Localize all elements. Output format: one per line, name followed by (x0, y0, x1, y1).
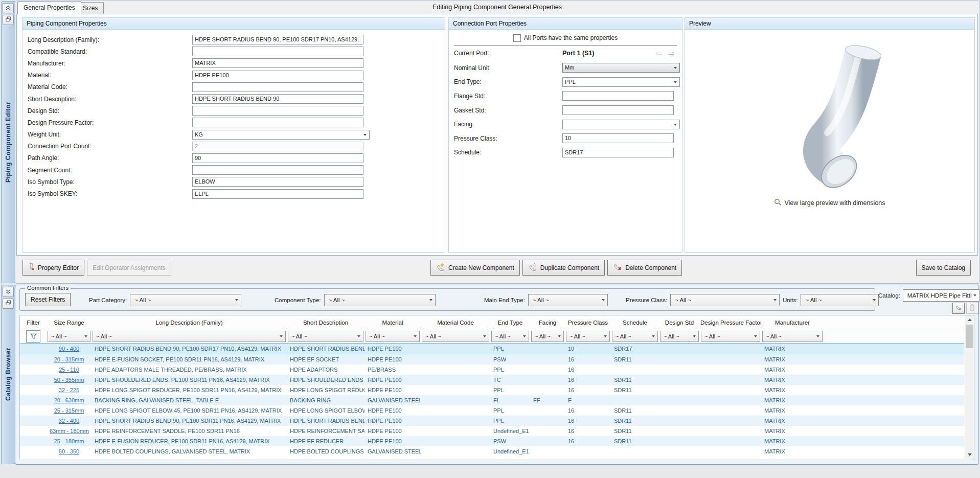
catalog-browser-rail[interactable]: Catalog Browser (1, 285, 15, 464)
field-combobox[interactable]: Mm (562, 63, 680, 73)
size-range-link[interactable]: 32 - 225 (59, 387, 79, 393)
scroll-up-arrow-icon[interactable] (965, 315, 974, 324)
fittings-view-button[interactable] (952, 303, 965, 314)
table-row[interactable]: 32 - 400HDPE SHORT RADIUS BEND 90, PE100… (20, 416, 964, 426)
cell-pressure_class: 16 (565, 365, 611, 375)
column-filter-combobox-material_code[interactable]: ~ All ~ (422, 331, 489, 342)
column-header-manufacturer[interactable]: Manufacturer (761, 315, 824, 330)
field-combobox[interactable]: PPL (562, 77, 680, 87)
field-input[interactable] (192, 106, 363, 116)
column-filter-combobox-short_description[interactable]: ~ All ~ (288, 331, 363, 342)
column-filter-combobox-facing[interactable]: ~ All ~ (531, 331, 564, 342)
field-input[interactable] (562, 105, 674, 115)
field-input[interactable]: SDR17 (562, 148, 674, 157)
field-combobox[interactable] (562, 120, 680, 129)
next-port-arrow-icon[interactable]: ⇨ (668, 50, 675, 57)
filter-combobox[interactable]: ~ All ~ (324, 294, 436, 306)
chevron-down-icon (558, 335, 561, 337)
table-row[interactable]: 50 - 355mmHDPE SHOULDERED ENDS, PE100 SD… (20, 375, 964, 385)
field-input[interactable]: 10 (562, 133, 674, 143)
save-to-catalog-button[interactable]: Save to Catalog (916, 260, 971, 276)
column-filter-combobox-long_description[interactable]: ~ All ~ (93, 331, 286, 342)
column-header-facing[interactable]: Facing (530, 315, 565, 330)
scroll-down-arrow-icon[interactable] (965, 450, 974, 459)
table-row[interactable]: 63mm - 180mmHDPE REINFORCEMENT SADDLE, P… (20, 426, 964, 436)
size-range-link[interactable]: 20 - 315mm (54, 356, 84, 362)
filter-combobox[interactable]: ~ All ~ (670, 294, 780, 306)
table-row[interactable]: 25 - 315mmHDPE LONG SPIGOT ELBOW 45, PE1… (20, 405, 964, 416)
column-header-design-pressure-factor[interactable]: Design Pressure Factor (700, 315, 761, 330)
table-row[interactable]: 20 - 630mmBACKING RING, GALVANISED STEEL… (20, 395, 964, 405)
field-input[interactable]: ELPL (192, 189, 363, 199)
filter-combobox[interactable]: ~ All ~ (130, 294, 241, 306)
field-input[interactable]: HDPE PE100 (192, 71, 363, 80)
column-header-end-type[interactable]: End Type (490, 315, 530, 330)
field-input[interactable]: 90 (192, 153, 363, 163)
elbow-3d-preview (753, 36, 906, 194)
column-filter-combobox-material[interactable]: ~ All ~ (366, 331, 420, 342)
piping-component-editor-rail[interactable]: Piping Component Editor (1, 1, 15, 283)
table-row[interactable]: 50 - 350HDPE BOLTED COUPLINGS, GALVANISE… (20, 446, 964, 457)
column-filter-combobox-end_type[interactable]: ~ All ~ (491, 331, 529, 342)
column-filter-combobox-size_range[interactable]: ~ All ~ (48, 331, 90, 342)
tab-general-properties[interactable]: General Properties (17, 1, 81, 14)
view-large-preview-link[interactable]: View large preview with dimensions (685, 198, 974, 208)
size-range-link[interactable]: 50 - 355mm (54, 377, 84, 383)
field-input[interactable]: HDPE SHORT RADIUS BEND 90, PE100 SDR17 P… (192, 35, 363, 44)
table-row[interactable]: 20 - 315mmHDPE E-FUSION SOCKET, PE100 SD… (20, 354, 964, 365)
field-input[interactable] (192, 47, 363, 56)
size-range-link[interactable]: 63mm - 180mm (50, 428, 89, 434)
column-filter-button[interactable] (26, 330, 40, 343)
property-editor-button[interactable]: Property Editor (22, 260, 84, 276)
table-row[interactable]: 32 - 225HDPE LONG SPIGOT REDUCER, PE100 … (20, 385, 964, 395)
field-input[interactable]: HDPE SHORT RADIUS BEND 90 (192, 94, 363, 104)
pipes-view-button[interactable] (966, 303, 978, 314)
filter-combobox[interactable]: ~ All ~ (528, 294, 608, 306)
catalog-combobox[interactable]: MATRIX HDPE Pipe Fitti (903, 289, 979, 302)
column-filter-combobox-design_std[interactable]: ~ All ~ (660, 331, 699, 342)
filter-combobox[interactable]: ~ All ~ (801, 294, 879, 306)
table-row[interactable]: 25 - 110HDPE ADAPTORS MALE THREADED, PE/… (20, 365, 964, 375)
size-range-link[interactable]: 50 - 350 (59, 448, 79, 454)
vertical-scrollbar[interactable] (965, 315, 974, 459)
previous-port-arrow-icon[interactable]: ⇦ (656, 50, 663, 57)
column-header-short-description[interactable]: Short Description (287, 315, 364, 330)
field-combobox[interactable]: KG (192, 130, 370, 140)
reset-filters-button[interactable]: Reset Filters (25, 293, 71, 306)
table-row[interactable]: 90 - 400HDPE SHORT RADIUS BEND 90, PE100… (20, 344, 964, 354)
size-range-link[interactable]: 25 - 180mm (54, 438, 84, 444)
delete-component-button[interactable]: Delete Component (607, 260, 682, 276)
field-input[interactable] (562, 91, 674, 101)
field-input[interactable] (192, 118, 363, 127)
cell-long_description: HDPE SHORT RADIUS BEND 90, PE100 SDR17 P… (92, 344, 287, 354)
size-range-link[interactable]: 20 - 630mm (54, 397, 84, 403)
edit-operator-assignments-button[interactable]: Edit Operator Assignments (87, 260, 171, 276)
column-header-size-range[interactable]: Size Range (47, 315, 92, 330)
field-input[interactable] (192, 165, 363, 175)
field-input[interactable]: MATRIX (192, 58, 363, 68)
column-header-pressure-class[interactable]: Pressure Class (565, 315, 611, 330)
column-header-design-std[interactable]: Design Std (659, 315, 700, 330)
field-input[interactable] (192, 82, 363, 92)
size-range-link[interactable]: 90 - 400 (59, 346, 79, 352)
scrollbar-thumb[interactable] (966, 325, 973, 348)
size-range-link[interactable]: 25 - 315mm (54, 407, 84, 414)
duplicate-component-button[interactable]: Duplicate Component (522, 260, 605, 276)
column-header-material[interactable]: Material (364, 315, 421, 330)
chevron-down-icon (414, 335, 417, 337)
all-ports-same-checkbox[interactable] (513, 34, 521, 42)
column-header-schedule[interactable]: Schedule (611, 315, 659, 330)
size-range-link[interactable]: 32 - 400 (59, 418, 79, 424)
column-filter-combobox-pressure_class[interactable]: ~ All ~ (566, 331, 610, 342)
field-input[interactable]: ELBOW (192, 177, 363, 187)
column-header-filter[interactable]: Filter (20, 315, 47, 330)
column-header-material-code[interactable]: Material Code (421, 315, 490, 330)
column-filter-combobox-design_pressure_factor[interactable]: ~ All ~ (701, 331, 760, 342)
create-new-component-button[interactable]: Create New Component (430, 260, 520, 276)
column-filter-combobox-manufacturer[interactable]: ~ All ~ (762, 331, 823, 342)
column-header-long-description--family-[interactable]: Long Description (Family) (92, 315, 287, 330)
horizontal-scrollbar-track[interactable] (19, 459, 973, 462)
column-filter-combobox-schedule[interactable]: ~ All ~ (612, 331, 658, 342)
size-range-link[interactable]: 25 - 110 (59, 367, 79, 373)
table-row[interactable]: 25 - 180mmHDPE E-FUSION REDUCER, PE100 S… (20, 436, 964, 446)
